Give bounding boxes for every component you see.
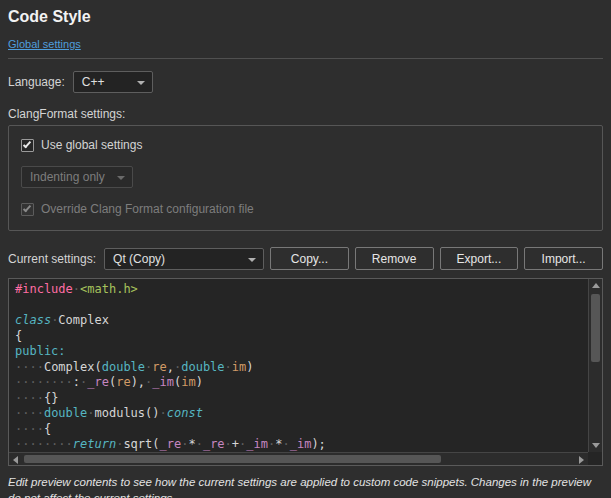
use-global-settings-label: Use global settings <box>41 138 142 152</box>
check-icon <box>23 203 31 212</box>
language-combo-value: C++ <box>82 75 105 89</box>
export-button[interactable]: Export... <box>440 247 519 270</box>
clangformat-groupbox: Use global settings Indenting only Overr… <box>8 125 603 231</box>
current-settings-combo[interactable]: Qt (Copy) <box>104 248 264 270</box>
separator <box>8 58 603 59</box>
copy-button[interactable]: Copy... <box>270 247 349 270</box>
page-title: Code Style <box>8 8 603 26</box>
global-settings-link[interactable]: Global settings <box>8 38 81 50</box>
chevron-down-icon <box>117 176 125 180</box>
clangformat-settings-label: ClangFormat settings: <box>8 107 603 121</box>
code-content[interactable]: #include·<math.h> class·Complex{public:·… <box>9 279 588 452</box>
scroll-down-icon[interactable] <box>592 443 600 448</box>
scroll-left-icon[interactable] <box>13 456 18 464</box>
vertical-scrollbar-thumb[interactable] <box>591 294 600 362</box>
clangformat-mode-value: Indenting only <box>30 170 105 184</box>
vertical-scrollbar[interactable] <box>588 279 602 452</box>
footer-note: Edit preview contents to see how the cur… <box>8 474 603 498</box>
horizontal-scrollbar-thumb[interactable] <box>24 455 441 463</box>
language-label: Language: <box>8 75 65 89</box>
override-clangformat-checkbox: Override Clang Format configuration file <box>21 202 590 216</box>
checkbox-box[interactable] <box>21 139 34 152</box>
language-row: Language: C++ <box>8 71 603 93</box>
remove-button[interactable]: Remove <box>355 247 434 270</box>
scroll-up-icon[interactable] <box>592 283 600 288</box>
use-global-settings-checkbox[interactable]: Use global settings <box>21 138 590 152</box>
current-settings-row: Current settings: Qt (Copy) Copy... Remo… <box>8 247 603 270</box>
chevron-down-icon <box>248 258 256 262</box>
code-preview-editor[interactable]: #include·<math.h> class·Complex{public:·… <box>8 278 603 466</box>
override-clangformat-label: Override Clang Format configuration file <box>41 202 254 216</box>
scroll-right-icon[interactable] <box>579 456 584 464</box>
code-style-page: Code Style Global settings Language: C++… <box>0 0 611 498</box>
import-button[interactable]: Import... <box>524 247 603 270</box>
current-settings-label: Current settings: <box>8 252 96 266</box>
clangformat-mode-combo: Indenting only <box>21 166 133 188</box>
current-settings-value: Qt (Copy) <box>113 252 165 266</box>
language-combo[interactable]: C++ <box>73 71 153 93</box>
check-icon <box>23 139 31 148</box>
horizontal-scrollbar[interactable] <box>9 452 588 465</box>
checkbox-box <box>21 203 34 216</box>
chevron-down-icon <box>137 81 145 85</box>
